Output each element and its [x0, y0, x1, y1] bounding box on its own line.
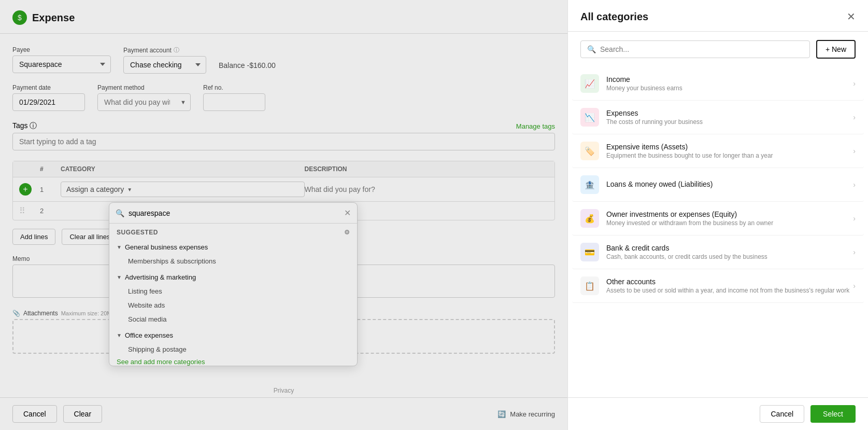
cancel-button[interactable]: Cancel: [12, 405, 57, 423]
assets-content: Expensive items (Assets) Equipment the b…: [606, 143, 853, 159]
form-row-payee: Payee Squarespace Payment account ⓘ Chas…: [12, 46, 555, 74]
description-input[interactable]: [305, 185, 549, 193]
table-row: + 1 Assign a category ▼: [13, 177, 554, 202]
make-recurring-label: Make recurring: [510, 410, 555, 418]
category-group-general-header[interactable]: ▼ General business expenses: [109, 240, 357, 254]
recurring-icon: 🔄: [497, 410, 506, 418]
privacy-text: Privacy: [0, 384, 567, 397]
income-name: Income: [606, 75, 853, 84]
col-category: CATEGORY: [61, 165, 305, 173]
expense-title: Expense: [32, 12, 75, 24]
payment-method-group: Payment method ▼: [97, 84, 191, 111]
panel-header: All categories ✕: [568, 0, 868, 32]
panel-footer: Cancel Select: [568, 397, 868, 430]
category-row-other[interactable]: 📋 Other accounts Assets to be used or so…: [572, 269, 864, 303]
other-content: Other accounts Assets to be used or sold…: [606, 278, 853, 294]
dropdown-search-icon: 🔍: [116, 209, 124, 217]
category-row-expenses[interactable]: 📉 Expenses The costs of running your bus…: [572, 101, 864, 134]
tags-label: Tags: [12, 121, 28, 130]
see-more-categories-link[interactable]: See and add more categories: [109, 353, 212, 366]
category-row-liabilities[interactable]: 🏦 Loans & money owed (Liabilities) ›: [572, 168, 864, 202]
other-name: Other accounts: [606, 278, 853, 286]
drag-handle[interactable]: ⠿: [19, 206, 40, 216]
clear-button[interactable]: Clear: [63, 405, 102, 423]
payee-label: Payee: [12, 46, 111, 53]
assets-desc: Equipment the business bought to use for…: [606, 152, 853, 159]
category-row-bank[interactable]: 💳 Bank & credit cards Cash, bank account…: [572, 235, 864, 269]
category-item-memberships[interactable]: Memberships & subscriptions: [109, 254, 357, 268]
make-recurring: 🔄 Make recurring: [497, 410, 555, 418]
info-icon-tags: ⓘ: [30, 121, 37, 130]
add-row-button[interactable]: +: [19, 183, 32, 196]
other-icon: 📋: [580, 276, 599, 295]
dropdown-search-bar: 🔍 ✕: [109, 203, 357, 224]
chevron-down-icon: ▼: [117, 244, 122, 250]
panel-select-button[interactable]: Select: [810, 405, 856, 423]
form-row-date: Payment date Payment method ▼ Ref no.: [12, 84, 555, 111]
equity-icon: 💰: [580, 209, 599, 228]
expense-panel: $ Expense Payee Squarespace Payment acco…: [0, 0, 567, 430]
col-num: #: [40, 165, 61, 173]
categories-list: 📈 Income Money your business earns › 📉 E…: [568, 67, 868, 397]
category-row-income[interactable]: 📈 Income Money your business earns ›: [572, 67, 864, 101]
category-group-office-header[interactable]: ▼ Office expenses: [109, 328, 357, 342]
footer-left: Cancel Clear: [12, 405, 102, 423]
ref-no-label: Ref no.: [203, 84, 265, 91]
expenses-name: Expenses: [606, 109, 853, 117]
close-button[interactable]: ✕: [847, 10, 856, 23]
expenses-content: Expenses The costs of running your busin…: [606, 109, 853, 126]
category-row-equity[interactable]: 💰 Owner investments or expenses (Equity)…: [572, 202, 864, 235]
category-item-listing-fees[interactable]: Listing fees: [109, 284, 357, 298]
payment-method-input[interactable]: [98, 94, 176, 110]
dropdown-search-input[interactable]: [129, 209, 340, 217]
add-lines-button[interactable]: Add lines: [12, 229, 55, 245]
payment-method-dropdown-arrow[interactable]: ▼: [176, 99, 190, 105]
assets-arrow: ›: [853, 147, 856, 155]
paperclip-icon: 📎: [12, 310, 20, 317]
panel-title: All categories: [580, 11, 648, 23]
panel-search-area: 🔍 + New: [568, 32, 868, 67]
table-header: # CATEGORY DESCRIPTION: [13, 161, 554, 177]
equity-content: Owner investments or expenses (Equity) M…: [606, 210, 853, 227]
tags-input[interactable]: [12, 133, 555, 150]
category-item-website-ads[interactable]: Website ads: [109, 298, 357, 312]
payee-select[interactable]: Squarespace: [12, 56, 111, 73]
expenses-icon: 📉: [580, 108, 599, 127]
panel-search-wrapper: 🔍: [580, 40, 810, 58]
equity-desc: Money invested or withdrawn from the bus…: [606, 219, 853, 227]
ref-no-input[interactable]: [203, 93, 265, 111]
assets-icon: 🏷️: [580, 142, 599, 160]
income-icon: 📈: [580, 74, 599, 93]
liabilities-name: Loans & money owed (Liabilities): [606, 180, 853, 188]
panel-cancel-button[interactable]: Cancel: [760, 405, 804, 423]
category-group-advertising-header[interactable]: ▼ Advertising & marketing: [109, 270, 357, 284]
category-group-advertising: ▼ Advertising & marketing Listing fees W…: [109, 269, 357, 327]
category-group-general: ▼ General business expenses Memberships …: [109, 239, 357, 269]
settings-icon[interactable]: ⚙: [344, 229, 350, 236]
assign-category-button[interactable]: Assign a category ▼: [61, 182, 305, 197]
payment-account-label-wrap: Payment account ⓘ: [123, 46, 206, 54]
category-row-assets[interactable]: 🏷️ Expensive items (Assets) Equipment th…: [572, 134, 864, 168]
bank-icon: 💳: [580, 243, 599, 261]
tags-section: Tags ⓘ Manage tags: [12, 121, 555, 150]
category-item-social-media[interactable]: Social media: [109, 312, 357, 326]
income-desc: Money your business earns: [606, 85, 853, 92]
liabilities-arrow: ›: [853, 181, 856, 189]
assign-category-arrow: ▼: [127, 187, 132, 192]
chevron-down-icon-2: ▼: [117, 274, 122, 280]
panel-search-input[interactable]: [600, 45, 803, 53]
max-size-text: Maximum size: 20M: [61, 310, 112, 316]
payment-date-group: Payment date: [12, 84, 85, 111]
manage-tags-link[interactable]: Manage tags: [516, 122, 555, 130]
dropdown-clear-button[interactable]: ✕: [344, 208, 351, 218]
other-arrow: ›: [853, 282, 856, 290]
payment-account-select[interactable]: Chase checking: [123, 56, 206, 74]
liabilities-content: Loans & money owed (Liabilities): [606, 180, 853, 189]
payment-date-input[interactable]: [12, 93, 85, 111]
attachments-label-text: Attachments: [23, 310, 58, 317]
bank-desc: Cash, bank accounts, or credit cards use…: [606, 253, 853, 260]
liabilities-icon: 🏦: [580, 175, 599, 194]
new-category-button[interactable]: + New: [816, 40, 856, 59]
categories-panel: All categories ✕ 🔍 + New 📈 Income Money …: [567, 0, 868, 430]
category-dropdown: 🔍 ✕ SUGGESTED ⚙ ▼ General business expen…: [109, 202, 358, 366]
